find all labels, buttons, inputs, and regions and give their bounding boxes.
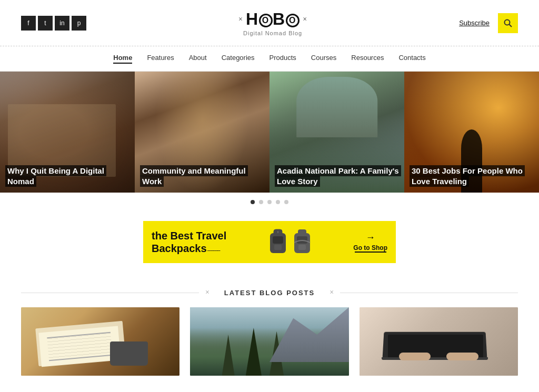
site-header: f t in p × HOBO × Digital Nomad Blog Sub… xyxy=(0,0,539,46)
search-icon xyxy=(503,18,513,28)
dot-2[interactable] xyxy=(259,200,263,204)
nav-item-contacts[interactable]: Contacts xyxy=(398,54,425,64)
nav-item-home[interactable]: Home xyxy=(113,54,132,64)
site-logo: × HOBO × Digital Nomad Blog xyxy=(238,9,307,36)
svg-rect-5 xyxy=(274,245,282,250)
blog-card-img-2 xyxy=(190,307,348,376)
ad-goto: → Go to Shop xyxy=(353,232,387,253)
slide-4-title: 30 Best Jobs For People Who Love Traveli… xyxy=(410,165,525,187)
subscribe-button[interactable]: Subscribe xyxy=(459,19,490,27)
slide-1[interactable]: Why I Quit Being A Digital Nomad xyxy=(0,72,135,193)
nav-item-categories[interactable]: Categories xyxy=(222,54,255,64)
ad-text-line2: Backpacks - - - - - - - - - xyxy=(152,242,226,255)
svg-line-1 xyxy=(510,24,512,27)
blog-card-img-1 xyxy=(21,307,179,376)
slide-3-title: Acadia National Park: A Family's Love St… xyxy=(275,165,401,187)
svg-rect-4 xyxy=(273,236,283,244)
blog-card-3[interactable] xyxy=(360,307,518,376)
slider-dots xyxy=(0,193,539,212)
blog-grid xyxy=(0,307,539,392)
backpack-icon-1 xyxy=(267,228,289,256)
hero-slider: Why I Quit Being A Digital Nomad Communi… xyxy=(0,72,539,193)
ad-goto-text: Go to Shop xyxy=(353,244,387,252)
nav-item-about[interactable]: About xyxy=(189,54,207,64)
main-nav: Home Features About Categories Products … xyxy=(0,46,539,72)
nav-item-courses[interactable]: Courses xyxy=(311,54,336,64)
instagram-icon[interactable]: in xyxy=(55,16,69,31)
logo-text: HOBO xyxy=(246,9,300,29)
nav-item-products[interactable]: Products xyxy=(270,54,296,64)
dot-3[interactable] xyxy=(267,200,272,204)
header-right: Subscribe xyxy=(459,13,518,33)
blog-card-2[interactable] xyxy=(190,307,348,376)
dot-5[interactable] xyxy=(284,200,288,204)
pinterest-icon[interactable]: p xyxy=(72,16,86,31)
section-x-left: × xyxy=(205,288,209,297)
svg-rect-10 xyxy=(298,245,306,250)
slide-2[interactable]: Community and Meaningful Work xyxy=(135,72,270,193)
blog-card-img-3 xyxy=(360,307,518,376)
slide-4[interactable]: 30 Best Jobs For People Who Love Traveli… xyxy=(404,72,539,193)
ad-backpack-icons xyxy=(267,228,313,256)
svg-rect-8 xyxy=(298,229,306,236)
section-line-left xyxy=(21,293,199,293)
section-title: LATEST BLOG POSTS xyxy=(216,289,323,297)
search-button[interactable] xyxy=(498,13,518,33)
backpack-icon-2 xyxy=(291,228,313,256)
section-header: × LATEST BLOG POSTS × xyxy=(0,288,539,297)
dot-1[interactable] xyxy=(251,200,255,204)
nav-item-resources[interactable]: Resources xyxy=(351,54,384,64)
ad-banner[interactable]: the Best Travel Backpacks - - - - - - - … xyxy=(143,221,396,263)
slide-2-title: Community and Meaningful Work xyxy=(140,165,248,187)
ad-text-line1: the Best Travel xyxy=(152,229,226,242)
dot-4[interactable] xyxy=(276,200,280,204)
nav-item-features[interactable]: Features xyxy=(147,54,174,64)
svg-point-0 xyxy=(505,19,510,25)
facebook-icon[interactable]: f xyxy=(21,16,36,31)
blog-card-1[interactable] xyxy=(21,307,179,376)
slide-3[interactable]: Acadia National Park: A Family's Love St… xyxy=(270,72,404,193)
logo-x-left: × xyxy=(238,15,243,24)
twitter-icon[interactable]: t xyxy=(38,16,53,31)
slide-1-title: Why I Quit Being A Digital Nomad xyxy=(5,165,106,187)
section-line-right xyxy=(340,293,518,293)
social-icons: f t in p xyxy=(21,16,86,31)
logo-x-right: × xyxy=(303,15,307,24)
section-x-right: × xyxy=(330,288,334,297)
logo-subtitle: Digital Nomad Blog xyxy=(238,30,307,36)
